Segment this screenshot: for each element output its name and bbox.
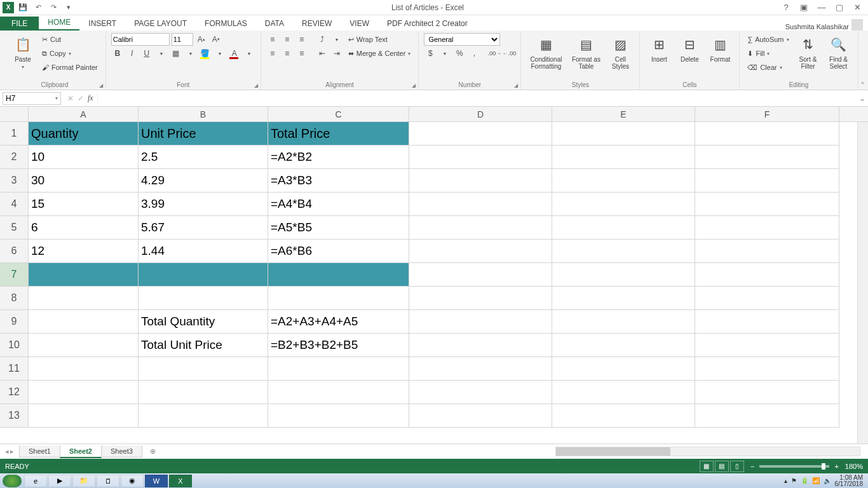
taskbar-excel-icon[interactable]: X <box>169 475 192 487</box>
cell[interactable]: Quantity <box>29 122 139 146</box>
cell[interactable] <box>139 287 268 310</box>
cell[interactable] <box>552 240 695 263</box>
cell[interactable]: =A5*B5 <box>268 216 409 240</box>
tab-review[interactable]: REVIEW <box>293 17 341 30</box>
sheet-tab[interactable]: Sheet2 <box>60 445 102 458</box>
clear-button[interactable]: ⌫Clear ▾ <box>745 61 791 74</box>
launcher-icon[interactable]: ◢ <box>254 83 258 88</box>
cell[interactable]: Total Unit Price <box>139 334 268 357</box>
cell[interactable]: 5.67 <box>139 216 268 240</box>
font-color-button[interactable]: A <box>228 47 241 60</box>
cell[interactable] <box>268 287 409 310</box>
cell[interactable] <box>552 310 695 334</box>
column-header[interactable]: A <box>29 107 139 121</box>
cell[interactable]: Total Price <box>268 122 409 146</box>
cell[interactable] <box>552 357 695 381</box>
row-header[interactable]: 4 <box>0 193 29 216</box>
cell[interactable] <box>29 357 139 381</box>
formula-input[interactable] <box>97 92 857 105</box>
cell[interactable] <box>409 404 552 428</box>
start-button[interactable] <box>3 475 22 487</box>
cell[interactable] <box>695 263 839 287</box>
insert-cells-button[interactable]: ⊞Insert <box>645 33 673 75</box>
column-header[interactable]: C <box>268 107 409 121</box>
fill-color-more-icon[interactable]: ▾ <box>214 47 226 60</box>
undo-icon[interactable]: ↶ <box>32 1 44 14</box>
taskbar-ie-icon[interactable]: e <box>24 475 47 487</box>
cell[interactable] <box>409 357 552 381</box>
align-top-icon[interactable]: ≡ <box>266 33 279 46</box>
tab-home[interactable]: HOME <box>39 15 79 30</box>
cell[interactable] <box>695 334 839 357</box>
cell[interactable] <box>552 381 695 404</box>
page-break-view-icon[interactable]: ▯ <box>730 461 744 472</box>
cell[interactable] <box>552 404 695 428</box>
qat-customize-icon[interactable]: ▾ <box>62 1 75 14</box>
cut-button[interactable]: ✂Cut <box>39 33 100 46</box>
row-header[interactable]: 7 <box>0 263 29 287</box>
cell[interactable] <box>552 263 695 287</box>
row-header[interactable]: 12 <box>0 381 29 404</box>
cell[interactable] <box>139 263 268 287</box>
sheet-nav-next-icon[interactable]: ▸ <box>10 447 14 456</box>
cell[interactable] <box>552 193 695 216</box>
align-middle-icon[interactable]: ≡ <box>281 33 294 46</box>
taskbar-notes-icon[interactable]: 🗒 <box>97 475 119 487</box>
cell[interactable]: =B2+B3+B2+B5 <box>268 334 409 357</box>
horizontal-scrollbar[interactable] <box>555 447 860 456</box>
cell[interactable]: 3.99 <box>139 193 268 216</box>
cell[interactable]: 2.5 <box>139 146 268 169</box>
fill-color-button[interactable]: 🪣 <box>199 47 212 60</box>
format-painter-button[interactable]: 🖌Format Painter <box>39 61 100 74</box>
cell[interactable] <box>409 381 552 404</box>
conditional-formatting-button[interactable]: ▦Conditional Formatting <box>526 33 566 75</box>
cell[interactable] <box>268 357 409 381</box>
align-center-icon[interactable]: ≡ <box>281 47 294 60</box>
font-color-more-icon[interactable]: ▾ <box>243 47 255 60</box>
tray-arrow-icon[interactable]: ▴ <box>784 477 787 484</box>
tab-pdf-architect[interactable]: PDF Architect 2 Creator <box>378 17 477 30</box>
bold-button[interactable]: B <box>111 47 124 60</box>
cell[interactable] <box>552 287 695 310</box>
tab-formulas[interactable]: FORMULAS <box>196 17 256 30</box>
taskbar-media-icon[interactable]: ▶ <box>48 475 71 487</box>
user-avatar-icon[interactable] <box>851 19 863 30</box>
comma-icon[interactable]: , <box>468 47 480 60</box>
launcher-icon[interactable]: ◢ <box>514 83 518 88</box>
row-header[interactable]: 6 <box>0 240 29 263</box>
font-name-input[interactable] <box>111 33 170 46</box>
cell[interactable] <box>29 334 139 357</box>
sheet-tab[interactable]: Sheet3 <box>101 445 142 458</box>
cell[interactable]: =A3*B3 <box>268 169 409 193</box>
copy-button[interactable]: ⧉Copy ▾ <box>39 47 100 60</box>
underline-more-icon[interactable]: ▾ <box>155 47 168 60</box>
taskbar-chrome-icon[interactable]: ◉ <box>121 475 144 487</box>
decrease-font-icon[interactable]: A▾ <box>210 33 222 46</box>
merge-center-button[interactable]: ⬌Merge & Center ▾ <box>346 47 414 60</box>
cell[interactable] <box>695 404 839 428</box>
cell[interactable] <box>695 193 839 216</box>
sort-filter-button[interactable]: ⇅Sort & Filter <box>794 33 822 75</box>
cell[interactable] <box>268 381 409 404</box>
align-right-icon[interactable]: ≡ <box>295 47 308 60</box>
cancel-formula-icon[interactable]: ✕ <box>67 94 74 103</box>
cell[interactable] <box>552 169 695 193</box>
cell[interactable] <box>409 216 552 240</box>
row-header[interactable]: 3 <box>0 169 29 193</box>
cell[interactable] <box>552 122 695 146</box>
fill-button[interactable]: ⬇Fill ▾ <box>745 47 791 60</box>
minimize-icon[interactable]: — <box>816 3 827 12</box>
cell[interactable]: 6 <box>29 216 139 240</box>
row-header[interactable]: 2 <box>0 146 29 169</box>
cell[interactable] <box>695 357 839 381</box>
cell[interactable] <box>695 240 839 263</box>
zoom-slider[interactable] <box>759 465 829 468</box>
cell[interactable]: =A6*B6 <box>268 240 409 263</box>
launcher-icon[interactable]: ◢ <box>99 83 103 88</box>
decrease-decimal-icon[interactable]: ←.00 <box>503 47 515 60</box>
expand-formula-bar-icon[interactable]: ⌄ <box>857 94 868 103</box>
autosum-button[interactable]: ∑AutoSum ▾ <box>745 33 791 46</box>
format-as-table-button[interactable]: ▤Format as Table <box>568 33 604 75</box>
sheet-tab[interactable]: Sheet1 <box>19 445 60 458</box>
increase-font-icon[interactable]: A▴ <box>195 33 208 46</box>
